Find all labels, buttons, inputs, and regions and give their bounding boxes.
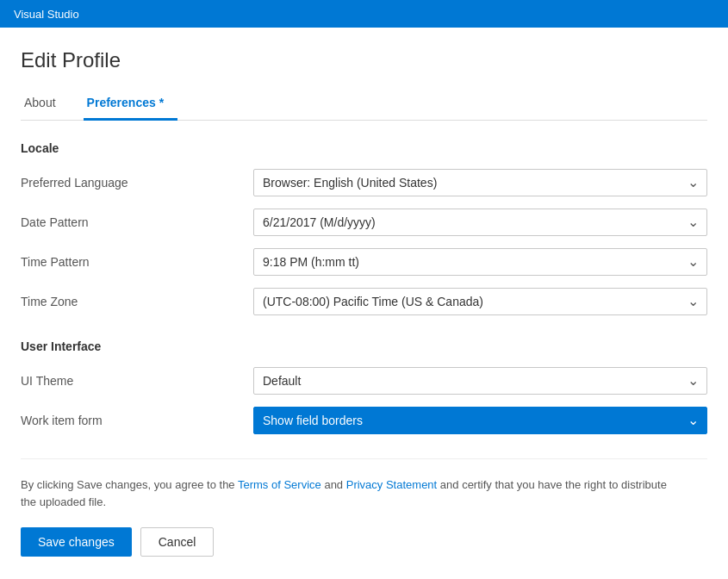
ui-theme-row: UI Theme Default Dark Light High Contras… [21, 367, 707, 395]
date-pattern-label: Date Pattern [21, 215, 253, 229]
time-zone-select[interactable]: (UTC-08:00) Pacific Time (US & Canada) (… [253, 288, 707, 315]
date-pattern-row: Date Pattern 6/21/2017 (M/d/yyyy) 21/06/… [21, 209, 707, 236]
time-pattern-control: 9:18 PM (h:mm tt) 21:18 (H:mm) 09:18 AM … [253, 248, 707, 276]
work-item-form-control: Show field borders Hide field borders [253, 407, 707, 434]
page-title: Edit Profile [21, 48, 707, 72]
work-item-form-label: Work item form [21, 414, 253, 427]
work-item-form-select[interactable]: Show field borders Hide field borders [253, 407, 707, 434]
button-row: Save changes Cancel [21, 527, 707, 557]
time-zone-label: Time Zone [21, 295, 253, 308]
ui-theme-control: Default Dark Light High Contrast [253, 367, 707, 395]
title-bar: Visual Studio [0, 0, 728, 28]
time-zone-row: Time Zone (UTC-08:00) Pacific Time (US &… [21, 288, 707, 315]
preferred-language-control: Browser: English (United States) English… [253, 169, 707, 196]
tab-about[interactable]: About [21, 89, 70, 121]
ui-theme-select[interactable]: Default Dark Light High Contrast [253, 367, 707, 395]
privacy-link[interactable]: Privacy Statement [346, 478, 438, 491]
locale-section-title: Locale [21, 141, 707, 155]
time-pattern-row: Time Pattern 9:18 PM (h:mm tt) 21:18 (H:… [21, 248, 707, 276]
user-interface-section-title: User Interface [21, 339, 707, 353]
preferred-language-select[interactable]: Browser: English (United States) English… [253, 169, 707, 196]
date-pattern-select[interactable]: 6/21/2017 (M/d/yyyy) 21/06/2017 (d/M/yyy… [253, 209, 707, 236]
tabs-container: About Preferences * [21, 88, 707, 121]
ui-theme-label: UI Theme [21, 374, 253, 388]
preferred-language-label: Preferred Language [21, 176, 253, 190]
terms-link[interactable]: Terms of Service [238, 478, 321, 491]
user-interface-section: User Interface UI Theme Default Dark Lig… [21, 339, 707, 434]
consent-text: By clicking Save changes, you agree to t… [21, 476, 675, 510]
time-pattern-label: Time Pattern [21, 255, 253, 269]
locale-section: Locale Preferred Language Browser: Engli… [21, 141, 707, 315]
cancel-button[interactable]: Cancel [140, 527, 215, 557]
app-name: Visual Studio [14, 8, 79, 21]
time-zone-control: (UTC-08:00) Pacific Time (US & Canada) (… [253, 288, 707, 315]
time-pattern-select[interactable]: 9:18 PM (h:mm tt) 21:18 (H:mm) 09:18 AM … [253, 248, 707, 276]
bottom-section: By clicking Save changes, you agree to t… [21, 458, 707, 557]
preferred-language-row: Preferred Language Browser: English (Uni… [21, 169, 707, 196]
save-changes-button[interactable]: Save changes [21, 527, 132, 557]
work-item-form-row: Work item form Show field borders Hide f… [21, 407, 707, 434]
tab-preferences[interactable]: Preferences * [84, 89, 178, 121]
date-pattern-control: 6/21/2017 (M/d/yyyy) 21/06/2017 (d/M/yyy… [253, 209, 707, 236]
